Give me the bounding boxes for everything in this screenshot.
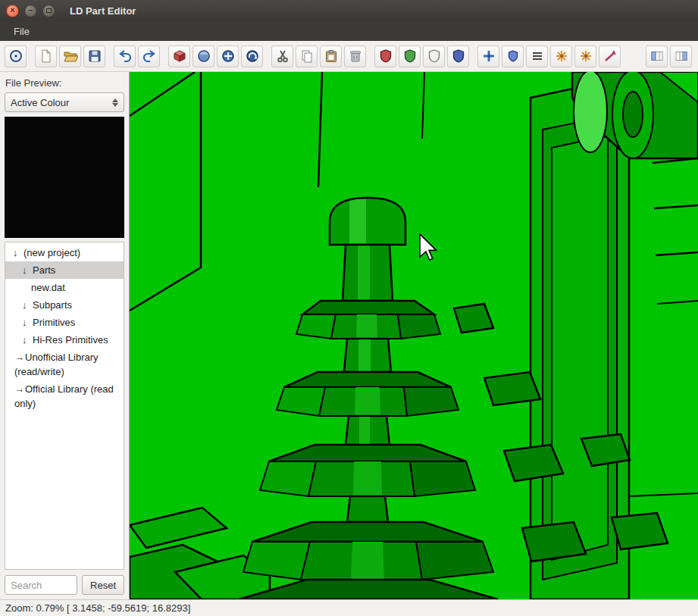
cut-icon bbox=[275, 48, 290, 64]
sphere-move-button[interactable] bbox=[217, 45, 239, 67]
shield-small-blue-icon bbox=[506, 48, 521, 64]
app-window: × − LD Part Editor File bbox=[0, 0, 698, 616]
minimize-icon: − bbox=[29, 7, 33, 14]
copy-icon bbox=[299, 48, 315, 64]
toolbar bbox=[0, 41, 698, 72]
tree-item-label: Hi-Res Primitives bbox=[33, 334, 108, 346]
right-arrow-icon: → bbox=[14, 350, 25, 364]
delete-button[interactable] bbox=[344, 45, 366, 67]
shield-small-blue-button[interactable] bbox=[502, 45, 524, 67]
colour-select[interactable]: Active Colour bbox=[5, 92, 124, 112]
right-arrow-icon: → bbox=[14, 382, 25, 396]
shield-outline-button[interactable] bbox=[423, 45, 445, 67]
save-icon bbox=[87, 48, 102, 64]
paste-button[interactable] bbox=[320, 45, 342, 67]
tree-item-parts[interactable]: ↓Parts bbox=[5, 261, 124, 279]
delete-icon bbox=[348, 48, 363, 64]
shield-green-button[interactable] bbox=[399, 45, 421, 67]
tree-item-new-project[interactable]: ↓(new project) bbox=[5, 244, 124, 261]
angle-tool-button[interactable] bbox=[599, 45, 621, 67]
redo-button[interactable] bbox=[138, 45, 160, 67]
statusbar: Zoom: 0.79% [ 3.1458; -59.5619; 16.8293] bbox=[0, 599, 698, 616]
vertex-star-button[interactable] bbox=[550, 45, 572, 67]
angle-tool-icon bbox=[603, 48, 618, 64]
shield-green-icon bbox=[402, 48, 418, 64]
merge-left-icon bbox=[649, 48, 665, 64]
tree-item-label: Subparts bbox=[33, 299, 72, 311]
vertex-star-snap-button[interactable] bbox=[574, 45, 596, 67]
down-arrow-icon: ↓ bbox=[22, 296, 33, 314]
tree-item-primitives[interactable]: ↓Primitives bbox=[5, 314, 124, 331]
tree-item-subparts[interactable]: ↓Subparts bbox=[5, 296, 124, 314]
reset-button[interactable]: Reset bbox=[82, 575, 124, 595]
sphere-select-icon bbox=[196, 48, 211, 64]
minimize-button[interactable]: − bbox=[24, 5, 37, 17]
shield-blue-button[interactable] bbox=[447, 45, 469, 67]
tree-item-new-dat[interactable]: new.dat bbox=[5, 279, 124, 296]
vertex-star-icon bbox=[554, 48, 569, 64]
merge-right-button[interactable] bbox=[670, 45, 692, 67]
merge-right-icon bbox=[674, 48, 689, 64]
undo-icon bbox=[117, 48, 133, 64]
circle-primitive-button[interactable] bbox=[5, 45, 27, 67]
down-arrow-icon: ↓ bbox=[22, 314, 33, 331]
add-vertex-button[interactable] bbox=[477, 45, 499, 67]
sphere-select-button[interactable] bbox=[192, 45, 214, 67]
undo-button[interactable] bbox=[114, 45, 136, 67]
project-tree: ↓(new project) ↓Parts new.dat ↓Subparts … bbox=[5, 242, 124, 570]
shield-red-button[interactable] bbox=[374, 45, 396, 67]
zoom-status: Zoom: 0.79% [ 3.1458; -59.5619; 16.8293] bbox=[5, 602, 190, 614]
combo-arrows-icon bbox=[112, 98, 118, 107]
titlebar: × − LD Part Editor bbox=[0, 0, 698, 21]
sphere-move-icon bbox=[221, 48, 236, 64]
close-button[interactable]: × bbox=[6, 5, 19, 17]
tree-item-label: Unofficial Library (read/write) bbox=[14, 352, 99, 377]
sphere-rotate-button[interactable] bbox=[241, 45, 263, 67]
maximize-icon bbox=[46, 8, 52, 13]
tree-item-label: Parts bbox=[33, 264, 55, 276]
close-icon: × bbox=[11, 7, 15, 14]
box-red-icon bbox=[172, 48, 187, 64]
search-input[interactable] bbox=[5, 575, 77, 595]
tree-item-label: Official Library (read only) bbox=[14, 383, 114, 409]
sidebar: File Preview: Active Colour ↓(new projec… bbox=[0, 72, 130, 599]
sphere-rotate-icon bbox=[245, 48, 260, 64]
cut-button[interactable] bbox=[271, 45, 293, 67]
save-button[interactable] bbox=[83, 45, 105, 67]
vertex-star-snap-icon bbox=[578, 48, 593, 64]
tree-item-label: (new project) bbox=[23, 247, 80, 258]
tree-item-label: new.dat bbox=[31, 282, 65, 293]
line-list-button[interactable] bbox=[526, 45, 548, 67]
circle-primitive-icon bbox=[8, 48, 23, 64]
down-arrow-icon: ↓ bbox=[13, 244, 23, 261]
viewport-render bbox=[130, 72, 698, 599]
menu-file[interactable]: File bbox=[8, 23, 36, 39]
copy-button[interactable] bbox=[296, 45, 318, 67]
shield-blue-icon bbox=[451, 48, 466, 64]
merge-left-button[interactable] bbox=[646, 45, 668, 67]
down-arrow-icon: ↓ bbox=[22, 331, 33, 349]
redo-icon bbox=[142, 48, 157, 64]
tree-item-unofficial-library[interactable]: →Unofficial Library (read/write) bbox=[5, 349, 124, 380]
tree-item-label: Primitives bbox=[33, 317, 75, 328]
tree-item-official-library[interactable]: →Official Library (read only) bbox=[5, 380, 124, 412]
open-file-icon bbox=[63, 48, 78, 64]
paste-icon bbox=[324, 48, 339, 64]
new-file-button[interactable] bbox=[35, 45, 57, 67]
box-red-button[interactable] bbox=[168, 45, 190, 67]
new-file-icon bbox=[39, 48, 54, 64]
open-file-button[interactable] bbox=[59, 45, 81, 67]
shield-red-icon bbox=[378, 48, 393, 64]
viewport-3d[interactable] bbox=[130, 72, 698, 599]
shield-outline-icon bbox=[427, 48, 442, 64]
down-arrow-icon: ↓ bbox=[22, 261, 33, 279]
line-list-icon bbox=[530, 48, 545, 64]
menubar: File bbox=[0, 21, 698, 41]
tree-item-hires-primitives[interactable]: ↓Hi-Res Primitives bbox=[5, 331, 124, 349]
colour-select-value: Active Colour bbox=[11, 97, 112, 108]
maximize-button[interactable] bbox=[42, 5, 55, 17]
window-title: LD Part Editor bbox=[70, 5, 136, 17]
add-vertex-icon bbox=[481, 48, 496, 64]
file-preview-canvas bbox=[5, 117, 124, 238]
file-preview-label: File Preview: bbox=[5, 77, 124, 89]
